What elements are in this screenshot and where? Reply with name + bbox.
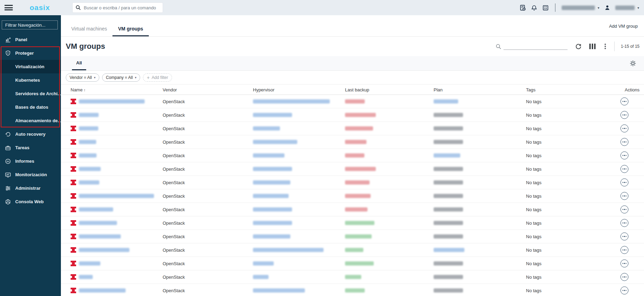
add-filter-label: Add filter xyxy=(152,75,168,80)
hypervisor-link[interactable] xyxy=(253,153,284,158)
row-actions-button[interactable] xyxy=(620,246,628,254)
tags-text: No tags xyxy=(526,140,542,145)
sidebar-item-bases-de-datos[interactable]: Bases de datos xyxy=(0,100,61,114)
jobs-icon[interactable] xyxy=(519,5,526,11)
row-actions-button[interactable] xyxy=(620,206,628,214)
sidebar-item-virtualizaci-n[interactable]: Virtualización xyxy=(0,60,61,73)
hypervisor-link[interactable] xyxy=(253,180,290,185)
row-actions-button[interactable] xyxy=(620,138,628,146)
vm-group-name-link[interactable] xyxy=(79,180,99,185)
view-tab-all[interactable]: All xyxy=(72,60,86,70)
column-header-plan[interactable]: Plan xyxy=(434,87,443,92)
sidebar-item-administrar[interactable]: Administrar xyxy=(0,181,61,195)
more-options-icon[interactable] xyxy=(603,44,607,49)
top-bar: oasix ▾ ▾ xyxy=(0,0,644,15)
sidebar-item-proteger[interactable]: Proteger xyxy=(0,46,61,60)
tab-vm-groups[interactable]: VM groups xyxy=(112,26,148,36)
row-actions-button[interactable] xyxy=(620,192,628,200)
sidebar-item-tareas[interactable]: Tareas xyxy=(0,141,61,154)
table-toolbar: 1-15 of 15 xyxy=(496,37,640,56)
vendor-text: OpenStack xyxy=(163,248,185,253)
last-backup-text xyxy=(345,99,365,104)
row-actions-button[interactable] xyxy=(620,179,628,187)
vm-group-name-link[interactable] xyxy=(79,234,121,239)
vm-group-name-link[interactable] xyxy=(79,248,129,252)
add-filter-button[interactable]: +Add filter xyxy=(143,73,172,82)
global-search-input[interactable] xyxy=(84,5,160,10)
sidebar-item-informes[interactable]: Informes xyxy=(0,154,61,168)
hypervisor-link[interactable] xyxy=(253,194,289,198)
plan-link[interactable] xyxy=(434,248,464,252)
table-search-input[interactable] xyxy=(504,43,568,50)
table-search-icon xyxy=(496,44,501,50)
row-actions-button[interactable] xyxy=(620,165,628,173)
vm-group-name-link[interactable] xyxy=(79,99,145,104)
row-actions-button[interactable] xyxy=(620,219,628,227)
hypervisor-link[interactable] xyxy=(253,221,292,225)
hypervisor-link[interactable] xyxy=(253,167,292,171)
vm-group-name-link[interactable] xyxy=(79,140,96,144)
hypervisor-link[interactable] xyxy=(253,275,269,279)
hypervisor-link[interactable] xyxy=(253,140,297,144)
tab-virtual-machines[interactable]: Virtual machines xyxy=(66,26,112,36)
user-avatar-icon[interactable] xyxy=(604,5,610,11)
plan-link[interactable] xyxy=(434,153,460,158)
tags-text: No tags xyxy=(526,207,542,212)
sidebar-item-servidores-de-archi[interactable]: Servidores de Archi... xyxy=(0,87,61,100)
row-actions-button[interactable] xyxy=(620,273,628,281)
hypervisor-link[interactable] xyxy=(253,113,292,117)
company-selector[interactable] xyxy=(562,6,595,10)
hypervisor-link[interactable] xyxy=(253,288,305,293)
hypervisor-link[interactable] xyxy=(253,261,274,266)
global-search[interactable] xyxy=(72,2,163,13)
row-actions-button[interactable] xyxy=(620,233,628,241)
vm-group-name-link[interactable] xyxy=(79,221,117,225)
sidebar-item-auto-recovery[interactable]: Auto recovery xyxy=(0,127,61,141)
sidebar-item-panel[interactable]: Panel xyxy=(0,33,61,46)
vm-group-name-link[interactable] xyxy=(79,153,97,158)
vm-group-name-link[interactable] xyxy=(79,261,100,266)
openstack-icon xyxy=(71,180,76,185)
row-actions-button[interactable] xyxy=(620,260,628,268)
vm-group-name-link[interactable] xyxy=(79,113,99,117)
plan-link[interactable] xyxy=(434,99,458,104)
row-actions-button[interactable] xyxy=(620,98,628,106)
vm-group-name-link[interactable] xyxy=(79,207,113,212)
add-vm-group-button[interactable]: Add VM group xyxy=(609,24,638,29)
hypervisor-link[interactable] xyxy=(253,126,280,131)
row-actions-button[interactable] xyxy=(620,152,628,160)
row-actions-button[interactable] xyxy=(620,287,628,295)
sidebar-item-almacenamiento-de[interactable]: Almacenamiento de... xyxy=(0,114,61,127)
column-header-last-backup[interactable]: Last backup xyxy=(345,87,369,92)
columns-icon[interactable] xyxy=(589,44,596,49)
sidebar-item-consola-web[interactable]: Consola Web xyxy=(0,195,61,208)
column-header-tags[interactable]: Tags xyxy=(526,87,535,92)
vm-group-name-link[interactable] xyxy=(79,288,126,293)
hypervisor-link[interactable] xyxy=(253,234,290,239)
user-name[interactable] xyxy=(615,6,635,10)
plan-text xyxy=(434,221,463,225)
hypervisor-link[interactable] xyxy=(253,248,324,252)
vm-group-name-link[interactable] xyxy=(79,126,98,131)
notifications-bell-icon[interactable] xyxy=(531,5,537,11)
settings-gear-icon[interactable] xyxy=(629,60,636,67)
filter-chip-vendor[interactable]: Vendor = All▾ xyxy=(66,73,99,82)
vm-group-name-link[interactable] xyxy=(79,275,93,279)
filter-chip-company[interactable]: Company = All▾ xyxy=(102,73,140,82)
actions-list-icon[interactable] xyxy=(542,5,549,11)
row-actions-button[interactable] xyxy=(620,125,628,133)
menu-toggle-button[interactable] xyxy=(4,5,13,10)
hypervisor-link[interactable] xyxy=(253,99,330,104)
sidebar-filter-input[interactable] xyxy=(2,20,58,29)
hypervisor-link[interactable] xyxy=(253,207,292,212)
vm-group-name-link[interactable] xyxy=(79,167,101,171)
column-header-hypervisor[interactable]: Hypervisor xyxy=(253,87,274,92)
sidebar-item-monitorizaci-n[interactable]: Monitorización xyxy=(0,168,61,181)
row-actions-button[interactable] xyxy=(620,111,628,119)
sidebar-item-kubernetes[interactable]: Kubernetes xyxy=(0,73,61,87)
refresh-icon[interactable] xyxy=(575,43,582,50)
table-row: OpenStackNo tags xyxy=(61,270,644,284)
vm-group-name-link[interactable] xyxy=(79,194,154,198)
column-header-vendor[interactable]: Vendor xyxy=(163,87,177,92)
column-header-name[interactable]: Name↑ xyxy=(71,87,85,92)
